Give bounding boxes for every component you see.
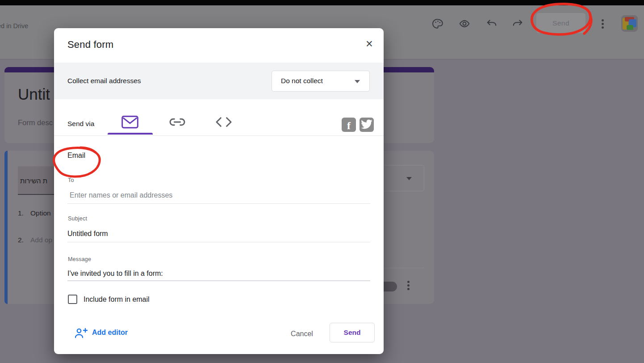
field-underline (67, 280, 370, 281)
to-field-label: To (68, 177, 74, 183)
question-more-menu-icon[interactable] (404, 279, 412, 291)
embed-code-icon (215, 115, 233, 129)
link-icon (168, 115, 186, 129)
chevron-down-icon (406, 177, 412, 180)
account-avatar[interactable] (621, 15, 638, 32)
option-number: 2. (18, 236, 24, 244)
preview-eye-icon[interactable] (459, 18, 470, 30)
to-input[interactable]: Enter names or email addresses (70, 191, 172, 199)
facebook-share-icon[interactable]: f (342, 118, 356, 132)
twitter-share-icon[interactable] (360, 118, 374, 132)
send-via-label: Send via (67, 120, 94, 128)
person-add-icon (74, 327, 88, 339)
message-field-label: Message (68, 256, 91, 262)
redo-icon[interactable] (512, 18, 523, 30)
collect-email-label: Collect email addresses (67, 77, 141, 85)
send-form-dialog: Send form × Collect email addresses Do n… (54, 28, 384, 354)
dialog-title: Send form (67, 39, 113, 51)
selected-tab-underline (108, 133, 153, 135)
selected-question-indicator (4, 151, 8, 304)
collect-email-band: Collect email addresses Do not collect (54, 63, 384, 99)
saved-status: ed in Drive (0, 22, 28, 30)
toolbar-send-button[interactable]: Send (536, 13, 585, 33)
cancel-button[interactable]: Cancel (277, 326, 326, 342)
close-icon[interactable]: × (361, 36, 377, 52)
dialog-send-button[interactable]: Send (330, 323, 375, 342)
tab-send-via-email[interactable] (121, 115, 139, 130)
include-form-checkbox[interactable] (68, 295, 77, 304)
field-underline (67, 242, 370, 242)
email-section-heading: Email (67, 152, 85, 160)
form-description[interactable]: Form desc (18, 118, 53, 127)
include-form-label: Include form in email (84, 295, 150, 304)
collect-email-dropdown-value: Do not collect (281, 77, 323, 85)
tab-send-via-embed[interactable] (215, 115, 233, 130)
option-label[interactable]: Option (30, 209, 51, 217)
more-menu-icon[interactable] (598, 18, 606, 30)
window-top-strip (0, 0, 644, 5)
subject-input[interactable]: Untitled form (67, 230, 108, 238)
palette-icon[interactable] (432, 18, 443, 30)
collect-email-dropdown[interactable]: Do not collect (272, 71, 370, 92)
field-underline (67, 203, 370, 204)
form-title[interactable]: Untit (18, 85, 50, 103)
question-title-text: ת השירות (20, 177, 47, 185)
add-option-label[interactable]: Add op (30, 236, 52, 244)
subject-field-label: Subject (68, 215, 87, 222)
message-input[interactable]: I've invited you to fill in a form: (67, 270, 163, 278)
undo-icon[interactable] (486, 18, 498, 30)
avatar-color-green (627, 25, 633, 30)
chevron-down-icon (355, 80, 360, 83)
add-editor-label: Add editor (92, 329, 128, 337)
divider (54, 135, 384, 136)
tab-send-via-link[interactable] (168, 115, 186, 130)
option-number: 1. (18, 209, 24, 217)
email-envelope-icon (121, 115, 139, 129)
